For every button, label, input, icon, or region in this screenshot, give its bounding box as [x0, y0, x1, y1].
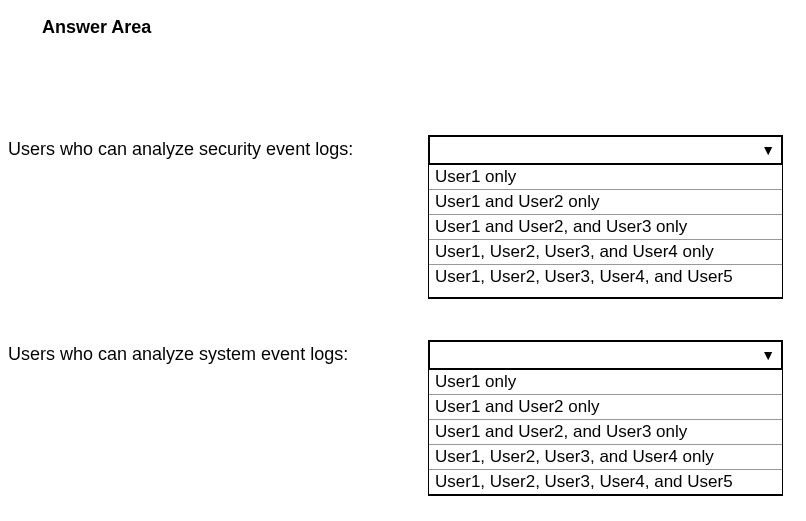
option-item[interactable]: User1, User2, User3, User4, and User5 [429, 470, 782, 495]
option-item[interactable]: User1, User2, User3, User4, and User5 [429, 265, 782, 298]
system-logs-options: User1 only User1 and User2 only User1 an… [428, 370, 783, 496]
option-item[interactable]: User1 only [429, 370, 782, 395]
security-logs-options: User1 only User1 and User2 only User1 an… [428, 165, 783, 299]
option-item[interactable]: User1, User2, User3, and User4 only [429, 240, 782, 265]
option-item[interactable]: User1 and User2 only [429, 395, 782, 420]
question-1-label: Users who can analyze security event log… [8, 135, 428, 160]
option-item[interactable]: User1, User2, User3, and User4 only [429, 445, 782, 470]
question-1-block: Users who can analyze security event log… [8, 135, 783, 299]
question-2-label: Users who can analyze system event logs: [8, 340, 428, 365]
option-item[interactable]: User1 and User2, and User3 only [429, 215, 782, 240]
option-item[interactable]: User1 and User2, and User3 only [429, 420, 782, 445]
security-logs-dropdown[interactable]: ▼ [428, 135, 783, 165]
option-item[interactable]: User1 only [429, 165, 782, 190]
dropdown-1-wrap: ▼ User1 only User1 and User2 only User1 … [428, 135, 783, 299]
option-item[interactable]: User1 and User2 only [429, 190, 782, 215]
chevron-down-icon: ▼ [761, 142, 775, 158]
dropdown-2-wrap: ▼ User1 only User1 and User2 only User1 … [428, 340, 783, 496]
system-logs-dropdown[interactable]: ▼ [428, 340, 783, 370]
chevron-down-icon: ▼ [761, 347, 775, 363]
page-title: Answer Area [42, 17, 794, 38]
question-2-block: Users who can analyze system event logs:… [8, 340, 783, 496]
